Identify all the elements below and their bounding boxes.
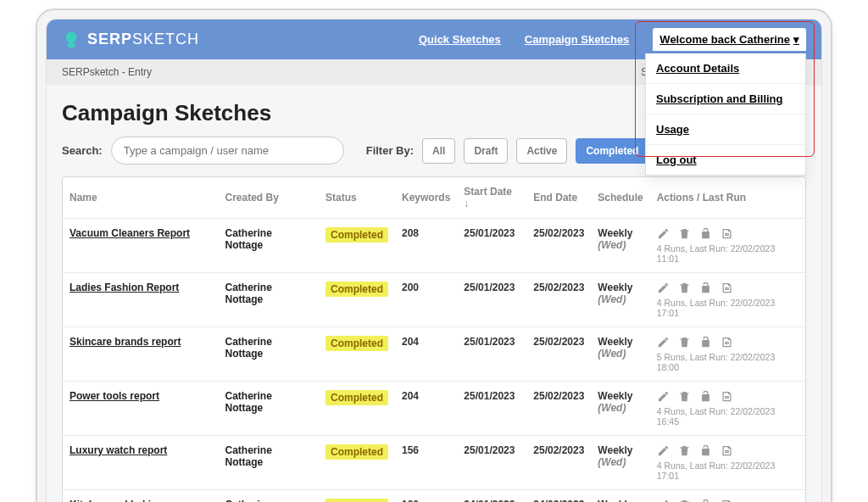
user-dropdown: Account Details Subscription and Billing…	[645, 53, 806, 176]
trash-icon[interactable]	[678, 282, 691, 294]
table-row: Skincare brands reportCatherine NottageC…	[63, 327, 805, 382]
search-label: Search:	[62, 144, 103, 157]
action-icons	[657, 227, 798, 240]
action-icons	[657, 444, 798, 457]
action-icons	[657, 390, 798, 403]
dropdown-usage[interactable]: Usage	[646, 114, 805, 145]
report-icon[interactable]	[721, 227, 733, 240]
brand-logo[interactable]: SERPSKETCH	[62, 31, 199, 49]
filter-active[interactable]: Active	[516, 138, 567, 164]
campaign-name-link[interactable]: Luxury watch report	[70, 444, 167, 456]
edit-icon[interactable]	[657, 282, 670, 294]
end-date: 25/02/2023	[526, 382, 591, 436]
topbar: SERPSKETCH Quick Sketches Campaign Sketc…	[47, 20, 821, 59]
edit-icon[interactable]	[657, 336, 670, 349]
col-actions[interactable]: Actions / Last Run	[650, 177, 805, 219]
keywords-count: 200	[395, 273, 457, 327]
col-end-date[interactable]: End Date	[526, 177, 591, 219]
schedule: Weekly(Wed)	[591, 327, 649, 382]
start-date: 25/01/2023	[457, 327, 526, 382]
dropdown-logout[interactable]: Log out	[646, 145, 805, 175]
caret-down-icon: ▾	[793, 33, 799, 46]
trash-icon[interactable]	[678, 390, 691, 403]
col-start-date[interactable]: Start Date	[457, 177, 526, 219]
schedule: Weekly(Wed)	[591, 382, 649, 436]
end-date: 25/02/2023	[526, 219, 591, 273]
schedule: Weekly(Sat)	[591, 490, 649, 503]
created-by: Catherine Nottage	[219, 382, 319, 436]
col-schedule[interactable]: Schedule	[591, 177, 649, 219]
created-by: Catherine Nottage	[219, 327, 319, 382]
end-date: 25/02/2023	[526, 273, 591, 327]
search-input[interactable]	[111, 137, 344, 165]
nav-campaign-sketches[interactable]: Campaign Sketches	[525, 33, 630, 46]
edit-icon[interactable]	[657, 444, 670, 457]
status-badge: Completed	[326, 444, 388, 460]
start-date: 25/01/2023	[457, 219, 526, 273]
filter-draft[interactable]: Draft	[464, 138, 508, 164]
user-menu: Welcome back Catherine ▾ Account Details…	[653, 28, 806, 51]
nav-quick-sketches[interactable]: Quick Sketches	[419, 33, 501, 46]
campaigns-table: Name Created By Status Keywords Start Da…	[63, 177, 805, 502]
start-date: 25/01/2023	[457, 382, 526, 436]
report-icon[interactable]	[721, 390, 733, 403]
unlock-icon[interactable]	[699, 499, 712, 502]
campaign-name-link[interactable]: Power tools report	[70, 390, 159, 402]
start-date: 24/01/2023	[457, 490, 526, 503]
table-row: Vacuum Cleaners ReportCatherine NottageC…	[63, 219, 805, 273]
table-row: Kitchen and baking keywordsCatherine Not…	[63, 490, 805, 503]
laptop-frame: SERPSKETCH Quick Sketches Campaign Sketc…	[36, 8, 832, 502]
filter-all[interactable]: All	[422, 138, 455, 164]
plan-label: SERPsketch - Entry	[62, 66, 152, 78]
last-run-text: 4 Runs, Last Run: 22/02/2023 11:01	[657, 243, 798, 264]
schedule: Weekly(Wed)	[591, 273, 649, 327]
end-date: 25/02/2023	[526, 327, 591, 382]
status-badge: Completed	[326, 336, 388, 351]
report-icon[interactable]	[721, 444, 733, 457]
action-icons	[657, 336, 798, 349]
campaign-name-link[interactable]: Vacuum Cleaners Report	[70, 227, 190, 239]
created-by: Catherine Nottage	[219, 436, 319, 490]
status-badge: Completed	[326, 227, 388, 243]
campaign-name-link[interactable]: Skincare brands report	[70, 336, 181, 348]
unlock-icon[interactable]	[699, 444, 712, 457]
trash-icon[interactable]	[678, 499, 691, 502]
unlock-icon[interactable]	[699, 336, 712, 349]
col-keywords[interactable]: Keywords	[395, 177, 457, 219]
trash-icon[interactable]	[678, 444, 691, 457]
user-menu-trigger[interactable]: Welcome back Catherine ▾	[653, 28, 806, 51]
dropdown-billing[interactable]: Subscription and Billing	[646, 84, 805, 114]
col-status[interactable]: Status	[319, 177, 395, 219]
edit-icon[interactable]	[657, 390, 670, 403]
keywords-count: 100	[395, 490, 457, 503]
unlock-icon[interactable]	[699, 390, 712, 403]
trash-icon[interactable]	[678, 336, 691, 349]
top-nav: Quick Sketches Campaign Sketches Welcome…	[419, 28, 806, 51]
keywords-count: 156	[395, 436, 457, 490]
table-row: Ladies Fashion ReportCatherine NottageCo…	[63, 273, 805, 327]
created-by: Catherine Nottage	[219, 219, 319, 273]
last-run-text: 4 Runs, Last Run: 22/02/2023 16:45	[657, 406, 798, 427]
campaign-name-link[interactable]: Ladies Fashion Report	[70, 282, 179, 293]
brand-icon	[62, 31, 81, 49]
schedule: Weekly(Wed)	[591, 219, 649, 273]
trash-icon[interactable]	[678, 227, 691, 240]
filter-label: Filter By:	[366, 144, 414, 157]
col-name[interactable]: Name	[63, 177, 219, 219]
last-run-text: 4 Runs, Last Run: 22/02/2023 17:01	[657, 460, 798, 481]
col-created-by[interactable]: Created By	[219, 177, 319, 219]
app-screen: SERPSKETCH Quick Sketches Campaign Sketc…	[46, 19, 822, 502]
edit-icon[interactable]	[657, 499, 670, 502]
unlock-icon[interactable]	[699, 282, 712, 294]
report-icon[interactable]	[721, 282, 733, 294]
schedule: Weekly(Wed)	[591, 436, 649, 490]
dropdown-account[interactable]: Account Details	[646, 53, 805, 84]
report-icon[interactable]	[721, 336, 733, 349]
start-date: 25/01/2023	[457, 273, 526, 327]
unlock-icon[interactable]	[699, 227, 712, 240]
edit-icon[interactable]	[657, 227, 670, 240]
created-by: Catherine Nottage	[219, 273, 319, 327]
report-icon[interactable]	[721, 499, 733, 502]
campaign-name-link[interactable]: Kitchen and baking keywords	[70, 499, 164, 502]
filter-completed[interactable]: Completed	[576, 138, 648, 164]
